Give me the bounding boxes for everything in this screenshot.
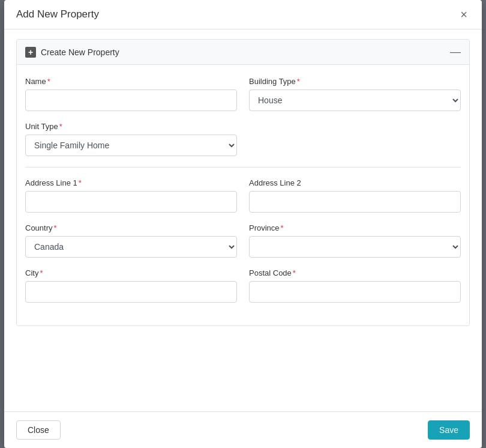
name-label: Name*	[25, 77, 237, 86]
modal: Add New Property × + Create New Property…	[4, 0, 482, 448]
modal-close-button[interactable]: ×	[458, 8, 470, 20]
form-row-country-province: Country* Canada United States Other Prov…	[25, 223, 461, 258]
save-button[interactable]: Save	[428, 420, 470, 440]
modal-title: Add New Property	[16, 8, 99, 20]
form-group-province: Province*	[249, 223, 461, 258]
form-row-city-postal: City* Postal Code*	[25, 268, 461, 303]
modal-body: + Create New Property — Name*	[4, 29, 482, 411]
postal-code-label: Postal Code*	[249, 268, 461, 277]
province-required-star: *	[281, 223, 284, 232]
address1-label: Address Line 1*	[25, 178, 237, 187]
building-type-select[interactable]: House Apartment Condo Townhouse Commerci…	[249, 89, 461, 111]
address2-input[interactable]	[249, 191, 461, 213]
address2-label: Address Line 2	[249, 178, 461, 187]
form-row-name-building: Name* Building Type* House Apartment	[25, 77, 461, 111]
form-group-address2: Address Line 2	[249, 178, 461, 213]
building-type-label: Building Type*	[249, 77, 461, 86]
section-header-left: + Create New Property	[25, 47, 119, 58]
city-label: City*	[25, 268, 237, 277]
form-group-country: Country* Canada United States Other	[25, 223, 237, 258]
form-group-unit-type: Unit Type* Single Family Home Multi Fami…	[25, 122, 237, 156]
country-select[interactable]: Canada United States Other	[25, 236, 237, 258]
collapse-icon[interactable]: —	[450, 46, 461, 58]
unit-type-select[interactable]: Single Family Home Multi Family Duplex C…	[25, 135, 237, 156]
section-body: Name* Building Type* House Apartment	[17, 65, 469, 325]
form-group-postal: Postal Code*	[249, 268, 461, 303]
section-panel: + Create New Property — Name*	[16, 39, 470, 326]
plus-icon: +	[25, 47, 36, 58]
form-row-address: Address Line 1* Address Line 2	[25, 178, 461, 213]
section-header: + Create New Property —	[17, 40, 469, 65]
address1-required-star: *	[79, 178, 82, 187]
modal-header: Add New Property ×	[4, 0, 482, 29]
name-required-star: *	[47, 77, 50, 86]
name-input[interactable]	[25, 89, 237, 111]
section-title: Create New Property	[41, 47, 119, 57]
postal-code-input[interactable]	[249, 281, 461, 303]
unit-type-required-star: *	[59, 122, 62, 131]
unit-type-label: Unit Type*	[25, 122, 237, 131]
province-label: Province*	[249, 223, 461, 232]
country-label: Country*	[25, 223, 237, 232]
city-input[interactable]	[25, 281, 237, 303]
province-select[interactable]	[249, 236, 461, 258]
form-group-building-type: Building Type* House Apartment Condo Tow…	[249, 77, 461, 111]
address1-input[interactable]	[25, 191, 237, 213]
form-group-name: Name*	[25, 77, 237, 111]
modal-footer: Close Save	[4, 411, 482, 448]
section-divider	[25, 167, 461, 168]
building-type-required-star: *	[297, 77, 300, 86]
city-required-star: *	[40, 268, 43, 277]
close-button[interactable]: Close	[16, 420, 61, 440]
postal-required-star: *	[293, 268, 296, 277]
country-required-star: *	[54, 223, 57, 232]
form-group-address1: Address Line 1*	[25, 178, 237, 213]
form-group-city: City*	[25, 268, 237, 303]
form-row-unit-type: Unit Type* Single Family Home Multi Fami…	[25, 122, 461, 156]
modal-overlay: Add New Property × + Create New Property…	[0, 0, 486, 448]
